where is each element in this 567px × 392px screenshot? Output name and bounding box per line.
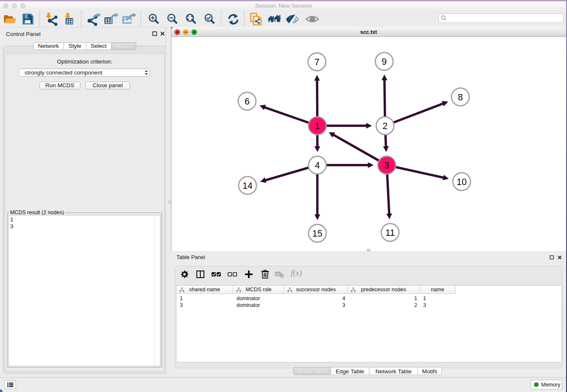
svg-text:7: 7 <box>314 57 319 67</box>
svg-text:8: 8 <box>458 92 463 102</box>
svg-text:14: 14 <box>242 181 253 191</box>
svg-text:10: 10 <box>457 177 467 187</box>
svg-text:11: 11 <box>385 228 395 238</box>
svg-text:6: 6 <box>245 97 250 107</box>
svg-text:1: 1 <box>315 121 320 131</box>
svg-text:9: 9 <box>382 57 387 67</box>
svg-text:2: 2 <box>383 121 388 131</box>
svg-text:15: 15 <box>312 229 322 239</box>
svg-text:4: 4 <box>315 160 320 171</box>
svg-text:3: 3 <box>384 160 389 171</box>
